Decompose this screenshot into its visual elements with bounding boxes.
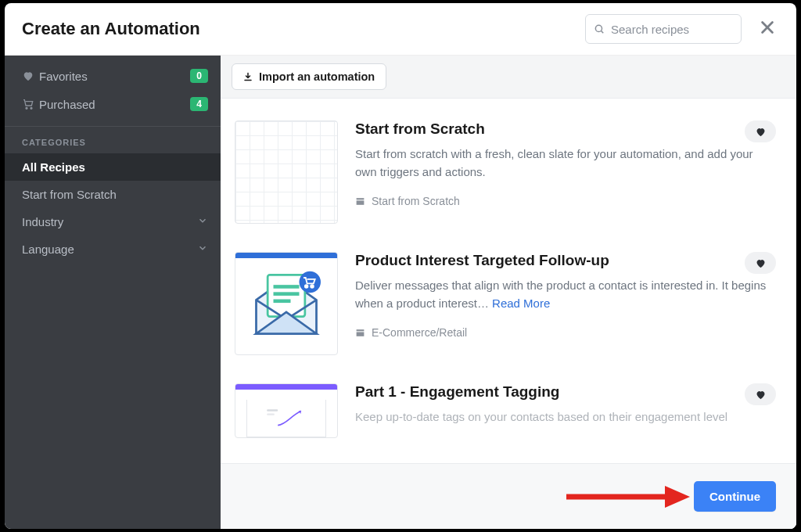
- heart-icon: [755, 257, 767, 269]
- svg-point-15: [305, 285, 308, 288]
- svg-point-16: [311, 285, 314, 288]
- recipe-description: Start from scratch with a fresh, clean s…: [355, 146, 776, 181]
- recipe-body: Product Interest Targeted Follow-up Deli…: [355, 252, 776, 355]
- sidebar-item-all-recipes[interactable]: All Recipes: [5, 153, 221, 181]
- svg-point-0: [595, 25, 602, 31]
- svg-point-14: [300, 271, 321, 293]
- svg-rect-10: [274, 285, 300, 289]
- toolbar: Import an automation: [221, 56, 796, 99]
- recipe-thumbnail: [235, 252, 338, 355]
- heart-icon: [755, 126, 767, 138]
- category-icon: [355, 196, 365, 207]
- svg-rect-6: [357, 198, 365, 200]
- favorite-button[interactable]: [745, 252, 776, 274]
- svg-rect-12: [274, 300, 291, 304]
- recipe-title: Part 1 - Engagement Tagging: [355, 383, 735, 401]
- recipe-body: Part 1 - Engagement Tagging Keep up-to-d…: [355, 383, 776, 438]
- favorites-count-badge: 0: [190, 69, 208, 83]
- chart-icon: [255, 408, 318, 429]
- recipe-description-text: Deliver messages that align with the pro…: [355, 279, 766, 310]
- sidebar-favorites[interactable]: Favorites 0: [5, 62, 221, 90]
- svg-rect-17: [357, 329, 365, 331]
- recipe-category: Start from Scratch: [355, 195, 776, 207]
- recipe-thumbnail: [235, 383, 338, 438]
- recipe-card[interactable]: Product Interest Targeted Follow-up Deli…: [235, 244, 781, 376]
- sidebar-item-label: Start from Scratch: [22, 188, 208, 201]
- svg-marker-23: [665, 486, 690, 508]
- svg-rect-20: [267, 414, 275, 415]
- recipe-category: E-Commerce/Retail: [355, 326, 776, 339]
- search-recipes[interactable]: [585, 14, 742, 44]
- modal-title: Create an Automation: [22, 19, 585, 39]
- download-icon: [243, 72, 253, 81]
- svg-point-4: [26, 107, 27, 109]
- recipe-card[interactable]: Start from Scratch Start from scratch wi…: [235, 113, 781, 244]
- recipe-category-label: Start from Scratch: [372, 195, 460, 207]
- svg-rect-11: [274, 292, 300, 296]
- create-automation-modal: Create an Automation Favorites 0 Purchas…: [5, 3, 796, 529]
- svg-rect-18: [357, 332, 365, 336]
- import-button-label: Import an automation: [259, 70, 375, 83]
- category-icon: [355, 328, 365, 338]
- sidebar-item-label: All Recipes: [22, 160, 208, 174]
- recipe-card[interactable]: Part 1 - Engagement Tagging Keep up-to-d…: [235, 376, 781, 438]
- main-panel: Import an automation Start from Scratch: [221, 56, 796, 529]
- sidebar-item-label: Language: [22, 243, 197, 256]
- chevron-down-icon: [197, 243, 208, 256]
- recipe-body: Start from Scratch Start from scratch wi…: [355, 120, 776, 224]
- sidebar-purchased-label: Purchased: [39, 98, 190, 111]
- sidebar-categories-heading: CATEGORIES: [5, 133, 221, 153]
- search-input[interactable]: [611, 23, 733, 36]
- cart-icon: [22, 98, 39, 110]
- recipe-thumbnail: [235, 120, 338, 224]
- recipe-title: Start from Scratch: [355, 120, 735, 138]
- recipe-list[interactable]: Start from Scratch Start from scratch wi…: [221, 99, 796, 463]
- sidebar-item-start-from-scratch[interactable]: Start from Scratch: [5, 181, 221, 208]
- recipe-title: Product Interest Targeted Follow-up: [355, 252, 735, 269]
- heart-icon: [755, 389, 767, 401]
- sidebar-divider: [5, 126, 221, 127]
- modal-header: Create an Automation: [5, 3, 796, 56]
- favorite-button[interactable]: [745, 120, 776, 142]
- envelope-icon: [243, 261, 329, 347]
- svg-rect-19: [267, 409, 278, 412]
- sidebar-favorites-label: Favorites: [39, 70, 190, 83]
- continue-button[interactable]: Continue: [694, 481, 776, 512]
- chevron-down-icon: [197, 215, 208, 228]
- sidebar-purchased[interactable]: Purchased 4: [5, 90, 221, 118]
- sidebar-item-industry[interactable]: Industry: [5, 208, 221, 235]
- recipe-category-label: E-Commerce/Retail: [372, 326, 467, 339]
- modal-footer: Continue: [221, 463, 796, 529]
- favorite-button[interactable]: [745, 383, 776, 405]
- sidebar: Favorites 0 Purchased 4 CATEGORIES All R…: [5, 56, 221, 529]
- recipe-description: Keep up-to-date tags on your contacts ba…: [355, 408, 776, 426]
- svg-line-1: [602, 31, 604, 34]
- close-button[interactable]: [756, 18, 779, 40]
- sidebar-item-language[interactable]: Language: [5, 235, 221, 263]
- recipe-description: Deliver messages that align with the pro…: [355, 277, 776, 312]
- svg-point-5: [31, 107, 32, 109]
- heart-icon: [22, 70, 39, 82]
- close-icon: [759, 19, 776, 36]
- search-icon: [594, 23, 605, 35]
- modal-body: Favorites 0 Purchased 4 CATEGORIES All R…: [5, 56, 796, 529]
- purchased-count-badge: 4: [190, 97, 208, 111]
- read-more-link[interactable]: Read More: [492, 297, 550, 310]
- annotation-arrow: [565, 481, 690, 512]
- import-automation-button[interactable]: Import an automation: [232, 63, 386, 90]
- svg-rect-7: [357, 200, 365, 204]
- sidebar-item-label: Industry: [22, 215, 197, 228]
